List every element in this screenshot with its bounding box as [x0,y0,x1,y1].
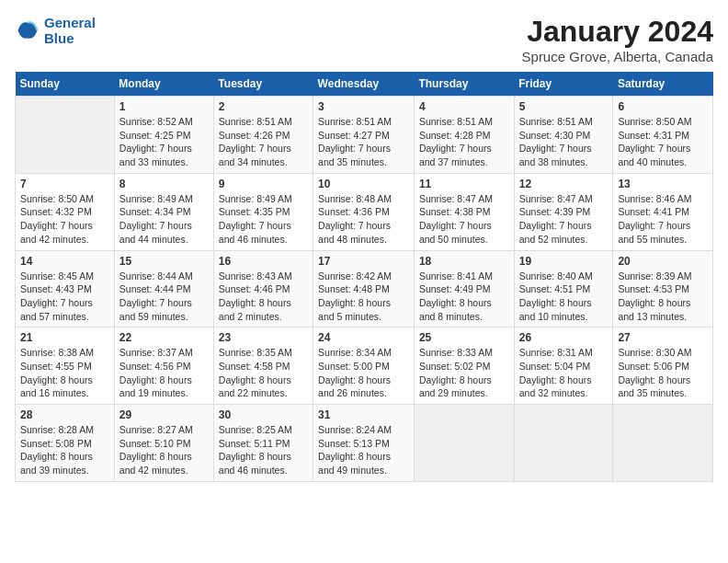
calendar-day-cell: 21Sunrise: 8:38 AM Sunset: 4:55 PM Dayli… [16,327,115,405]
calendar-day-cell: 16Sunrise: 8:43 AM Sunset: 4:46 PM Dayli… [213,250,313,327]
calendar-day-cell: 12Sunrise: 8:47 AM Sunset: 4:39 PM Dayli… [514,173,613,250]
calendar-day-cell: 1Sunrise: 8:52 AM Sunset: 4:25 PM Daylig… [114,97,213,174]
calendar-week-row: 28Sunrise: 8:28 AM Sunset: 5:08 PM Dayli… [16,405,713,482]
weekday-header-thursday: Thursday [414,72,514,97]
day-info: Sunrise: 8:51 AM Sunset: 4:30 PM Dayligh… [519,115,609,169]
calendar-table: SundayMondayTuesdayWednesdayThursdayFrid… [15,72,713,482]
weekday-header-row: SundayMondayTuesdayWednesdayThursdayFrid… [16,72,713,97]
calendar-week-row: 1Sunrise: 8:52 AM Sunset: 4:25 PM Daylig… [16,97,713,174]
day-number: 19 [519,255,609,268]
calendar-day-cell: 10Sunrise: 8:48 AM Sunset: 4:36 PM Dayli… [313,173,415,250]
logo-line2: Blue [44,30,96,46]
day-info: Sunrise: 8:30 AM Sunset: 5:06 PM Dayligh… [618,346,708,400]
day-number: 17 [318,255,409,268]
calendar-subtitle: Spruce Grove, Alberta, Canada [522,49,713,64]
day-info: Sunrise: 8:42 AM Sunset: 4:48 PM Dayligh… [318,270,409,324]
day-info: Sunrise: 8:27 AM Sunset: 5:10 PM Dayligh… [119,423,209,477]
day-info: Sunrise: 8:34 AM Sunset: 5:00 PM Dayligh… [318,346,409,400]
day-number: 8 [119,178,209,190]
day-info: Sunrise: 8:51 AM Sunset: 4:26 PM Dayligh… [219,115,308,169]
calendar-day-cell [414,405,514,482]
title-block: January 2024 Spruce Grove, Alberta, Cana… [522,15,713,64]
day-number: 21 [20,331,109,344]
day-number: 26 [519,331,609,344]
day-info: Sunrise: 8:45 AM Sunset: 4:43 PM Dayligh… [20,270,109,324]
calendar-day-cell: 28Sunrise: 8:28 AM Sunset: 5:08 PM Dayli… [16,405,115,482]
calendar-day-cell: 29Sunrise: 8:27 AM Sunset: 5:10 PM Dayli… [114,405,213,482]
day-number: 30 [219,408,308,421]
calendar-day-cell: 24Sunrise: 8:34 AM Sunset: 5:00 PM Dayli… [313,327,415,405]
calendar-day-cell: 31Sunrise: 8:24 AM Sunset: 5:13 PM Dayli… [313,405,415,482]
weekday-header-sunday: Sunday [16,72,115,97]
weekday-header-saturday: Saturday [613,72,713,97]
weekday-header-tuesday: Tuesday [213,72,313,97]
calendar-day-cell: 3Sunrise: 8:51 AM Sunset: 4:27 PM Daylig… [313,97,415,174]
day-info: Sunrise: 8:38 AM Sunset: 4:55 PM Dayligh… [20,346,109,400]
logo-icon [15,17,40,43]
day-number: 9 [219,178,308,190]
calendar-day-cell: 26Sunrise: 8:31 AM Sunset: 5:04 PM Dayli… [514,327,613,405]
calendar-day-cell: 11Sunrise: 8:47 AM Sunset: 4:38 PM Dayli… [414,173,514,250]
day-info: Sunrise: 8:24 AM Sunset: 5:13 PM Dayligh… [318,423,409,477]
calendar-day-cell: 27Sunrise: 8:30 AM Sunset: 5:06 PM Dayli… [613,327,713,405]
day-number: 25 [419,331,509,344]
day-number: 22 [119,331,209,344]
day-number: 5 [519,100,609,113]
calendar-day-cell: 19Sunrise: 8:40 AM Sunset: 4:51 PM Dayli… [514,250,613,327]
calendar-day-cell: 14Sunrise: 8:45 AM Sunset: 4:43 PM Dayli… [16,250,115,327]
page-header: General Blue January 2024 Spruce Grove, … [15,15,713,64]
calendar-week-row: 14Sunrise: 8:45 AM Sunset: 4:43 PM Dayli… [16,250,713,327]
calendar-day-cell: 23Sunrise: 8:35 AM Sunset: 4:58 PM Dayli… [213,327,313,405]
calendar-day-cell [514,405,613,482]
day-number: 15 [119,255,209,268]
day-info: Sunrise: 8:25 AM Sunset: 5:11 PM Dayligh… [219,423,308,477]
day-number: 31 [318,408,409,421]
day-info: Sunrise: 8:50 AM Sunset: 4:31 PM Dayligh… [618,115,708,169]
day-info: Sunrise: 8:47 AM Sunset: 4:38 PM Dayligh… [419,192,509,247]
day-info: Sunrise: 8:31 AM Sunset: 5:04 PM Dayligh… [519,346,609,400]
day-info: Sunrise: 8:44 AM Sunset: 4:44 PM Dayligh… [119,270,209,324]
day-info: Sunrise: 8:46 AM Sunset: 4:41 PM Dayligh… [618,192,708,247]
day-info: Sunrise: 8:47 AM Sunset: 4:39 PM Dayligh… [519,192,609,247]
day-number: 23 [219,331,308,344]
calendar-week-row: 7Sunrise: 8:50 AM Sunset: 4:32 PM Daylig… [16,173,713,250]
day-number: 27 [618,331,708,344]
logo: General Blue [15,15,96,46]
calendar-day-cell: 13Sunrise: 8:46 AM Sunset: 4:41 PM Dayli… [613,173,713,250]
day-info: Sunrise: 8:51 AM Sunset: 4:28 PM Dayligh… [419,115,509,169]
calendar-day-cell: 15Sunrise: 8:44 AM Sunset: 4:44 PM Dayli… [114,250,213,327]
day-number: 24 [318,331,409,344]
calendar-day-cell: 20Sunrise: 8:39 AM Sunset: 4:53 PM Dayli… [613,250,713,327]
calendar-day-cell: 6Sunrise: 8:50 AM Sunset: 4:31 PM Daylig… [613,97,713,174]
calendar-day-cell: 25Sunrise: 8:33 AM Sunset: 5:02 PM Dayli… [414,327,514,405]
day-info: Sunrise: 8:49 AM Sunset: 4:35 PM Dayligh… [219,192,308,247]
day-number: 1 [119,100,209,113]
day-number: 4 [419,100,509,113]
day-number: 20 [618,255,708,268]
day-number: 12 [519,178,609,190]
calendar-day-cell [16,97,115,174]
day-info: Sunrise: 8:49 AM Sunset: 4:34 PM Dayligh… [119,192,209,247]
day-number: 16 [219,255,308,268]
calendar-day-cell: 5Sunrise: 8:51 AM Sunset: 4:30 PM Daylig… [514,97,613,174]
day-info: Sunrise: 8:39 AM Sunset: 4:53 PM Dayligh… [618,270,708,324]
calendar-day-cell: 9Sunrise: 8:49 AM Sunset: 4:35 PM Daylig… [213,173,313,250]
day-number: 18 [419,255,509,268]
day-number: 13 [618,178,708,190]
calendar-day-cell [613,405,713,482]
day-info: Sunrise: 8:50 AM Sunset: 4:32 PM Dayligh… [20,192,109,247]
calendar-title: January 2024 [522,15,713,49]
day-info: Sunrise: 8:41 AM Sunset: 4:49 PM Dayligh… [419,270,509,324]
day-number: 29 [119,408,209,421]
calendar-day-cell: 22Sunrise: 8:37 AM Sunset: 4:56 PM Dayli… [114,327,213,405]
weekday-header-friday: Friday [514,72,613,97]
day-number: 3 [318,100,409,113]
day-number: 14 [20,255,109,268]
day-info: Sunrise: 8:51 AM Sunset: 4:27 PM Dayligh… [318,115,409,169]
day-number: 10 [318,178,409,190]
day-number: 2 [219,100,308,113]
calendar-day-cell: 18Sunrise: 8:41 AM Sunset: 4:49 PM Dayli… [414,250,514,327]
day-number: 28 [20,408,109,421]
day-info: Sunrise: 8:48 AM Sunset: 4:36 PM Dayligh… [318,192,409,247]
calendar-day-cell: 17Sunrise: 8:42 AM Sunset: 4:48 PM Dayli… [313,250,415,327]
